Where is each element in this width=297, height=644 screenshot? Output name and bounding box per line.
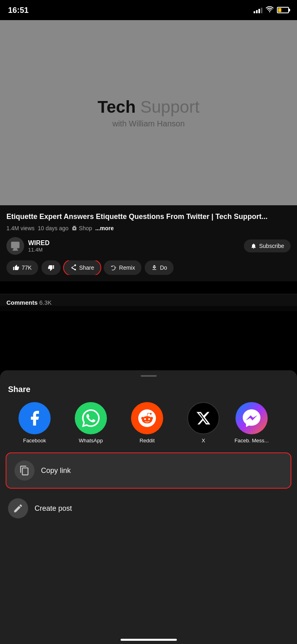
- share-button[interactable]: Share: [64, 260, 100, 275]
- whatsapp-label: WhatsApp: [79, 438, 103, 444]
- status-time: 16:51: [8, 6, 29, 15]
- comments-count: 6.3K: [39, 299, 52, 306]
- channel-name: WIRED: [28, 239, 49, 247]
- share-app-reddit[interactable]: Reddit: [119, 402, 175, 444]
- subscribe-button[interactable]: Subscribe: [244, 239, 291, 252]
- thumbnail-title-light: Support: [136, 97, 200, 116]
- thumbnail-subtitle: with William Hanson: [98, 119, 200, 128]
- copy-link-icon: [14, 460, 35, 481]
- channel-avatar: [6, 237, 24, 255]
- action-row: 77K Share Remix Do: [6, 260, 291, 275]
- download-button[interactable]: Do: [145, 260, 174, 275]
- share-app-messenger[interactable]: Faceb. Mess...: [231, 402, 272, 444]
- status-bar: 16:51: [0, 0, 297, 20]
- wifi-icon: [266, 6, 274, 14]
- like-count: 77K: [22, 264, 32, 271]
- video-info: Etiquette Expert Answers Etiquette Quest…: [0, 205, 297, 281]
- share-sheet: Share Facebook WhatsApp: [0, 370, 297, 644]
- svg-rect-0: [11, 242, 20, 248]
- share-app-x[interactable]: X: [175, 402, 231, 444]
- whatsapp-icon: [75, 402, 107, 434]
- video-title: Etiquette Expert Answers Etiquette Quest…: [6, 212, 291, 222]
- home-indicator: [121, 639, 177, 641]
- facebook-icon: [18, 402, 51, 434]
- status-icons: [254, 6, 289, 14]
- dislike-button[interactable]: [41, 260, 61, 275]
- copy-link-button[interactable]: Copy link: [6, 453, 291, 488]
- share-apps-row: Facebook WhatsApp Reddit: [0, 402, 297, 444]
- create-post-icon: [8, 498, 28, 518]
- thumbnail-title-bold: Tech: [98, 97, 136, 116]
- video-age: 10 days ago: [38, 225, 68, 231]
- comments-label: Comments 6.3K: [6, 299, 52, 306]
- messenger-label: Faceb. Mess...: [234, 438, 268, 444]
- copy-link-label: Copy link: [41, 466, 71, 475]
- messenger-icon: [236, 402, 268, 434]
- share-app-whatsapp[interactable]: WhatsApp: [63, 402, 119, 444]
- view-count: 1.4M views: [6, 225, 35, 231]
- more-label: ...more: [95, 225, 114, 231]
- sheet-handle: [141, 375, 157, 377]
- battery-icon: [277, 7, 289, 13]
- reddit-icon: [131, 402, 163, 434]
- sheet-title: Share: [0, 385, 297, 394]
- remix-button[interactable]: Remix: [104, 260, 141, 275]
- share-label: Share: [79, 264, 94, 271]
- x-label: X: [202, 438, 205, 444]
- facebook-label: Facebook: [23, 438, 46, 444]
- video-meta: 1.4M views 10 days ago Shop ...more: [6, 225, 291, 231]
- shop-icon: Shop: [72, 225, 92, 231]
- shop-label: Shop: [79, 225, 92, 231]
- svg-rect-2: [12, 250, 18, 251]
- create-post-label: Create post: [35, 504, 72, 513]
- x-icon: [187, 402, 219, 434]
- like-button[interactable]: 77K: [6, 260, 38, 275]
- signal-icon: [254, 7, 262, 13]
- create-post-button[interactable]: Create post: [6, 493, 291, 524]
- reddit-label: Reddit: [139, 438, 155, 444]
- remix-label: Remix: [119, 264, 135, 271]
- share-app-facebook[interactable]: Facebook: [6, 402, 63, 444]
- video-thumbnail: Tech Support with William Hanson: [0, 20, 297, 205]
- channel-subs: 11.4M: [28, 247, 49, 253]
- channel-row: WIRED 11.4M Subscribe: [6, 237, 291, 255]
- download-label: Do: [160, 264, 167, 271]
